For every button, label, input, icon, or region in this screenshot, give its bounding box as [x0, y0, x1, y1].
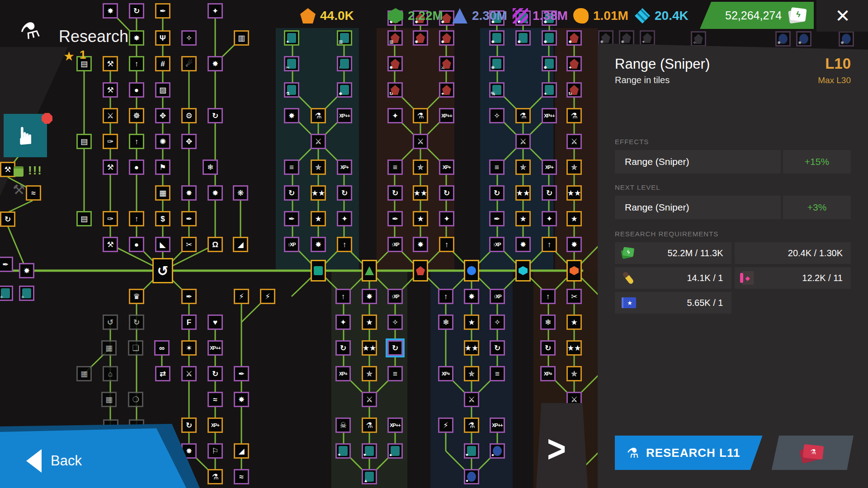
milestone-square[interactable] [311, 260, 326, 282]
milestone-hexagon[interactable] [566, 260, 582, 282]
tree-node[interactable]: ⚗ [566, 108, 582, 123]
tree-node[interactable]: ↻ [387, 185, 403, 201]
tree-node[interactable]: ✸ [439, 30, 454, 46]
tree-node[interactable]: ≡ [284, 160, 299, 175]
tree-node[interactable]: ↻ [566, 82, 582, 98]
tree-node[interactable]: XP+ [337, 160, 352, 175]
tree-node[interactable]: ♥ [464, 443, 479, 459]
close-button[interactable]: ✕ [830, 5, 855, 27]
tree-node[interactable]: ★★ [566, 340, 582, 356]
tree-node[interactable]: ✧ [489, 108, 505, 123]
tree-node[interactable]: ✦ [542, 211, 557, 226]
tree-node[interactable]: ↻ [387, 82, 403, 98]
tree-node[interactable]: ⚔ [515, 134, 531, 149]
tree-node[interactable]: ✸ [515, 30, 531, 46]
tree-node[interactable]: ✸ [598, 30, 613, 46]
tree-node[interactable]: ★★ [464, 340, 479, 356]
tree-node[interactable]: ✸ [234, 392, 249, 407]
milestone-triangle[interactable] [362, 260, 377, 282]
tree-node[interactable]: ❋ [489, 56, 505, 71]
milestone-hexagon[interactable] [515, 260, 531, 282]
tree-node[interactable]: ↻ [489, 185, 505, 201]
tree-node[interactable]: ≡ [387, 160, 403, 175]
tree-node[interactable]: ↻ [439, 185, 454, 201]
tree-node[interactable]: ✺ [155, 134, 170, 149]
tree-node[interactable]: ❄ [203, 160, 218, 175]
tree-node[interactable]: ✸ [515, 237, 531, 252]
tree-node[interactable]: ⚔ [311, 134, 326, 149]
tree-node[interactable]: ❍ [128, 392, 143, 407]
tree-node[interactable]: ★ [464, 314, 479, 330]
tree-node[interactable]: ⚙ [181, 108, 197, 123]
tree-node[interactable]: ⚒ [0, 162, 15, 177]
tree-node[interactable]: ↑XP [387, 289, 403, 304]
tree-node[interactable]: ♥ [362, 443, 377, 459]
tree-node[interactable]: ↻ [337, 185, 352, 201]
tree-node[interactable]: ★ [413, 211, 428, 226]
tree-node[interactable]: ≡ [387, 366, 403, 381]
tree-node[interactable]: ✧ [387, 314, 403, 330]
tree-node[interactable]: ✂ [566, 289, 582, 304]
tree-node[interactable]: ≈ [208, 392, 223, 407]
tree-node[interactable]: ● [464, 469, 479, 484]
tree-node[interactable]: ★★ [515, 185, 531, 201]
tree-node[interactable]: ✧ [490, 314, 505, 330]
tree-node[interactable]: ≡ [489, 160, 505, 175]
tree-node[interactable]: ✸ [413, 30, 428, 46]
tree-node[interactable]: ✶ [181, 340, 197, 356]
tree-node[interactable]: ↻ [208, 366, 223, 381]
tree-node[interactable]: ✧ [0, 286, 13, 301]
tree-node[interactable]: ⚔ [362, 392, 377, 407]
tree-node[interactable]: ✸ [129, 30, 144, 46]
tree-node[interactable]: ≡ [490, 366, 505, 381]
tree-node[interactable]: ★ [311, 211, 326, 226]
tree-node[interactable]: ✦ [439, 82, 454, 98]
tree-node[interactable]: ⚗ [464, 418, 479, 433]
tree-node[interactable]: ✸ [284, 108, 299, 123]
tree-node[interactable]: ↑ [540, 289, 556, 304]
tree-node[interactable]: ⚗ [362, 418, 377, 433]
tree-node[interactable]: ★ [566, 314, 582, 330]
tree-node[interactable]: ▦ [101, 392, 117, 407]
tree-node[interactable]: ✧ [691, 31, 706, 47]
tree-node[interactable]: ✯ [566, 160, 582, 175]
tree-node[interactable]: ⚔ [566, 134, 582, 149]
tree-node[interactable]: ✦ [566, 56, 582, 71]
tree-node[interactable]: $ [155, 211, 170, 226]
tree-node[interactable]: ↻ [0, 211, 15, 227]
research-ticket-slot[interactable]: ⚗ [772, 436, 854, 470]
tree-node[interactable]: XP++ [490, 418, 505, 433]
tree-node[interactable]: Ω [208, 237, 223, 252]
tree-node[interactable]: ↑ [337, 56, 352, 71]
tree-node[interactable]: ↑XP [284, 237, 299, 252]
tree-node[interactable]: ↺ [103, 314, 118, 330]
tree-node[interactable]: ❄ [540, 314, 556, 330]
tree-node[interactable]: ✸ [311, 237, 326, 252]
tree-node[interactable]: ↻ [490, 340, 505, 356]
tree-node[interactable]: ♥ [208, 314, 223, 330]
tree-node[interactable]: % [489, 82, 505, 98]
tree-node[interactable]: ✦ [439, 211, 454, 226]
tree-node[interactable]: ⚔ [464, 392, 479, 407]
tree-node[interactable]: ↑ [439, 237, 454, 252]
tree-node[interactable]: XP+ [542, 160, 557, 175]
tree-node[interactable]: ✧ [19, 286, 34, 301]
tree-node[interactable]: XP++ [337, 108, 352, 123]
tree-node[interactable]: ✒ [0, 257, 13, 272]
research-button[interactable]: ⚗ RESEARCH L11 [615, 436, 767, 470]
tree-node[interactable]: ↻ [387, 340, 403, 356]
tree-node[interactable]: ⚗ [284, 82, 299, 98]
tree-node[interactable]: ❏ [128, 340, 143, 356]
milestone-pentagon[interactable] [413, 260, 428, 282]
tree-node[interactable]: ✯ [566, 366, 582, 381]
tree-node[interactable]: ✂ [181, 237, 197, 252]
tree-node[interactable]: ↑ [335, 289, 351, 304]
tree-node[interactable]: ✦ [337, 211, 352, 226]
tree-node[interactable]: ✯ [515, 160, 531, 175]
tree-node[interactable]: ⌂ [103, 366, 118, 381]
tree-node[interactable]: ✑ [103, 211, 118, 226]
tree-node[interactable]: ▦ [101, 340, 117, 356]
tree-node[interactable]: ◢ [234, 443, 249, 459]
tree-node[interactable]: ✯ [311, 160, 326, 175]
tree-node[interactable]: ↻ [129, 314, 144, 330]
